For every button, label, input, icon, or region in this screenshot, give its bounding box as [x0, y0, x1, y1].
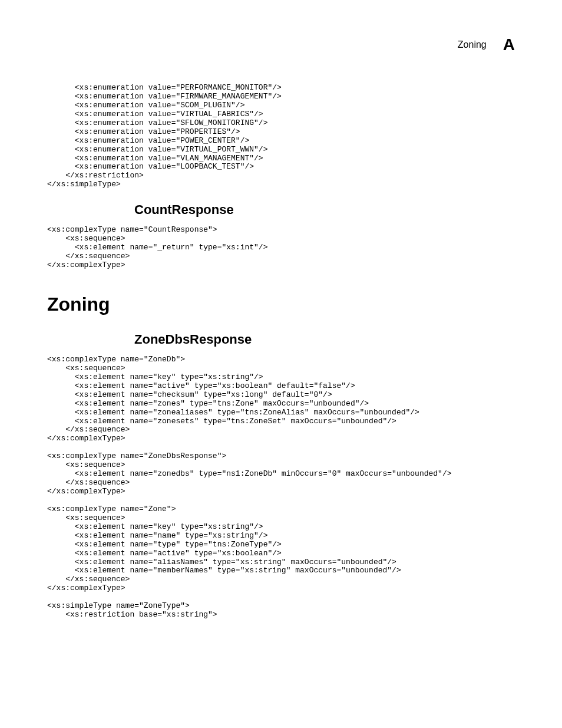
- code-block-countresponse: <xs:complexType name="CountResponse"> <x…: [47, 226, 515, 270]
- header-appendix-badge: A: [503, 35, 515, 54]
- heading-zoning: Zoning: [47, 294, 515, 315]
- subheading-countresponse: CountResponse: [134, 202, 515, 218]
- code-block-enumerations: <xs:enumeration value="PERFORMANCE_MONIT…: [47, 84, 515, 189]
- subheading-zonedbsresponse: ZoneDbsResponse: [134, 332, 515, 347]
- header-title: Zoning: [458, 39, 487, 50]
- code-block-zonedbs: <xs:complexType name="ZoneDb"> <xs:seque…: [47, 355, 515, 620]
- page-header: Zoning A: [47, 35, 515, 54]
